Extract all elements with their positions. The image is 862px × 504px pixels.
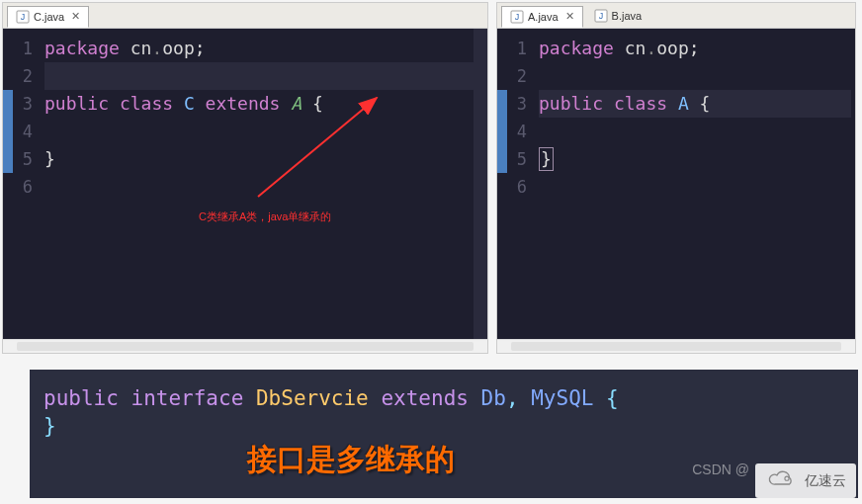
interface-code-panel: public interface DbServcie extends Db, M… xyxy=(30,370,858,498)
svg-point-7 xyxy=(785,476,789,480)
svg-text:J: J xyxy=(515,12,520,22)
scroll-margin[interactable] xyxy=(474,29,487,339)
editor-row: J C.java ✕ 1 2 3 4 5 6 package cn.oop; p… xyxy=(0,0,862,356)
change-marker xyxy=(3,90,13,173)
editor-pane-c: J C.java ✕ 1 2 3 4 5 6 package cn.oop; p… xyxy=(2,2,488,354)
interface-line-1: public interface DbServcie extends Db, M… xyxy=(43,383,848,411)
gutter-left: 1 2 3 4 5 6 xyxy=(3,29,41,339)
code-area-left[interactable]: 1 2 3 4 5 6 package cn.oop; public class… xyxy=(3,29,487,339)
horizontal-scrollbar-right[interactable] xyxy=(497,339,855,353)
tab-a-java[interactable]: J A.java ✕ xyxy=(501,6,583,28)
code-body-right[interactable]: package cn.oop; public class A { } xyxy=(535,29,855,339)
code-area-right[interactable]: 1 2 3 4 5 6 package cn.oop; public class… xyxy=(497,29,855,339)
cloud-icon xyxy=(765,469,799,492)
annotation-text-left: C类继承A类，java单继承的 xyxy=(199,203,331,230)
tab-b-java[interactable]: J B.java xyxy=(585,5,651,27)
code-body-left[interactable]: package cn.oop; public class C extends A… xyxy=(41,29,487,339)
tab-bar-left: J C.java ✕ xyxy=(3,3,487,29)
tab-label: A.java xyxy=(528,11,559,23)
java-file-icon: J xyxy=(594,9,608,23)
java-file-icon: J xyxy=(16,10,30,24)
tab-bar-right: J A.java ✕ J B.java xyxy=(497,3,855,29)
brand-watermark: 亿速云 xyxy=(755,463,856,498)
editor-pane-a: J A.java ✕ J B.java 1 2 3 4 5 6 xyxy=(496,2,856,354)
horizontal-scrollbar-left[interactable] xyxy=(3,339,487,353)
gutter-right: 1 2 3 4 5 6 xyxy=(497,29,535,339)
svg-text:J: J xyxy=(598,11,603,21)
tab-label: B.java xyxy=(612,10,643,22)
close-icon[interactable]: ✕ xyxy=(71,10,80,23)
close-icon[interactable]: ✕ xyxy=(565,10,574,23)
tab-c-java[interactable]: J C.java ✕ xyxy=(7,6,89,28)
brand-text: 亿速云 xyxy=(805,472,846,490)
svg-text:J: J xyxy=(21,12,26,22)
annotation-text-interface: 接口是多继承的 xyxy=(247,445,455,474)
interface-line-2: } xyxy=(43,411,848,439)
change-marker xyxy=(497,90,507,173)
java-file-icon: J xyxy=(510,10,524,24)
tab-label: C.java xyxy=(34,11,64,23)
csdn-watermark: CSDN @ xyxy=(692,455,749,484)
